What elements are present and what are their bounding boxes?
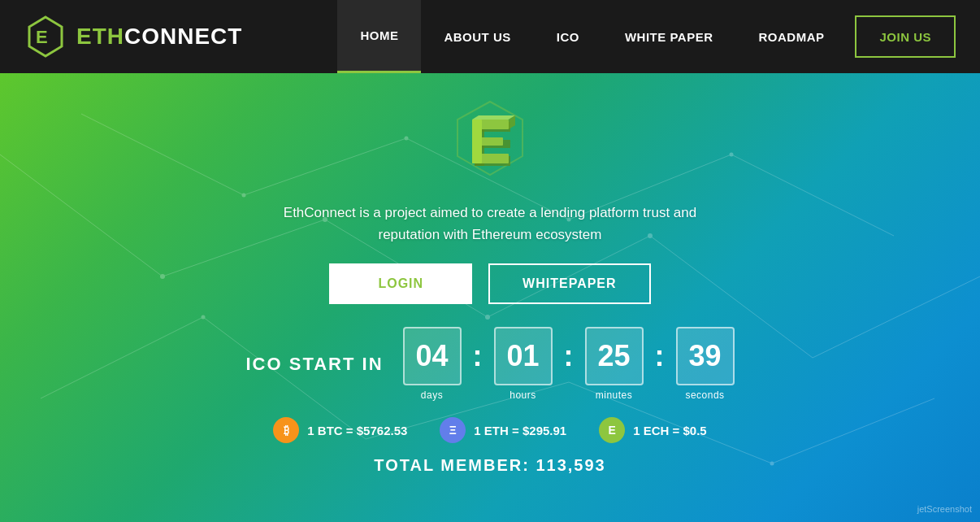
- network-background: [0, 73, 980, 522]
- nav-roadmap[interactable]: ROADMAP: [735, 0, 847, 73]
- svg-line-16: [569, 382, 772, 463]
- svg-point-20: [485, 315, 490, 320]
- nav-home[interactable]: HOME: [337, 0, 421, 73]
- nav-ico[interactable]: ICO: [534, 0, 602, 73]
- svg-line-14: [203, 317, 366, 439]
- join-button[interactable]: JOIN US: [855, 15, 956, 58]
- navbar: E ETHCONNECT HOME ABOUT US ICO WHITE PAP…: [0, 0, 980, 73]
- svg-text:E: E: [36, 27, 48, 47]
- svg-line-2: [0, 154, 163, 276]
- svg-line-3: [163, 220, 325, 276]
- svg-point-18: [160, 274, 165, 279]
- logo-text: ETHCONNECT: [76, 24, 242, 50]
- svg-point-22: [242, 194, 246, 198]
- svg-point-25: [730, 153, 734, 157]
- svg-line-17: [772, 398, 934, 463]
- nav-whitepaper[interactable]: WHITE PAPER: [602, 0, 736, 73]
- svg-point-27: [770, 462, 774, 466]
- svg-line-11: [569, 154, 731, 220]
- svg-line-4: [325, 220, 488, 317]
- svg-point-19: [323, 217, 327, 222]
- svg-line-5: [488, 236, 650, 317]
- logo-area: E ETHCONNECT: [24, 15, 242, 58]
- svg-point-23: [405, 137, 409, 141]
- nav-links: HOME ABOUT US ICO WHITE PAPER ROADMAP JO…: [337, 0, 956, 73]
- svg-line-6: [650, 236, 813, 358]
- svg-line-10: [406, 138, 569, 220]
- svg-point-26: [202, 315, 206, 320]
- svg-line-8: [81, 114, 244, 195]
- svg-line-15: [366, 382, 569, 439]
- hero-section: 1,050 EthConnect is a project aimed to c…: [0, 73, 980, 522]
- svg-line-13: [41, 317, 203, 398]
- nav-about[interactable]: ABOUT US: [421, 0, 533, 73]
- svg-line-7: [813, 276, 980, 358]
- svg-line-12: [731, 154, 894, 236]
- logo-icon: E: [24, 15, 67, 58]
- svg-point-24: [567, 218, 571, 222]
- watermark: jetScreenshot: [917, 504, 972, 514]
- svg-line-9: [244, 138, 406, 195]
- svg-point-21: [648, 233, 653, 238]
